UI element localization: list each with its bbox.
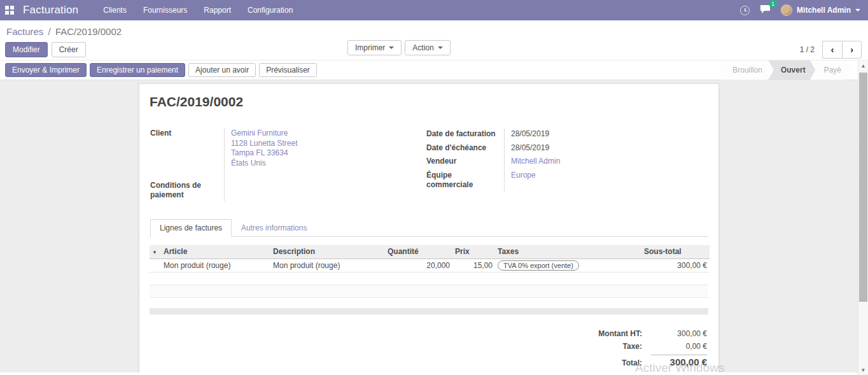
breadcrumb-parent[interactable]: Factures — [6, 26, 43, 37]
invoice-date-value: 28/05/2019 — [504, 127, 694, 141]
top-navbar: Facturation Clients Fournisseurs Rapport… — [0, 0, 868, 20]
pager-next-button[interactable]: › — [842, 41, 862, 59]
invoice-sheet: FAC/2019/0002 Client Gemini Furniture 11… — [139, 83, 719, 372]
header-description[interactable]: Description — [270, 245, 385, 258]
salesperson-value[interactable]: Mitchell Admin — [504, 155, 694, 169]
main-menu: Clients Fournisseurs Rapport Configurati… — [96, 0, 300, 20]
row-handle-cell — [150, 258, 161, 272]
form-view-content: FAC/2019/0002 Client Gemini Furniture 11… — [0, 80, 868, 372]
invoice-lines-table: ▼ Article Description Quantité Prix Taxe… — [150, 245, 710, 272]
tab-invoice-lines[interactable]: Lignes de factures — [150, 219, 232, 237]
tax-value: 0,00 € — [651, 342, 707, 351]
amount-untaxed-label: Montant HT: — [575, 329, 651, 338]
client-value: Gemini Furniture 1128 Lunetta Street Tam… — [224, 127, 360, 169]
total-value: 300,00 € — [651, 355, 707, 367]
client-address-line2[interactable]: Tampa FL 33634 — [231, 148, 360, 159]
empty-row — [150, 285, 708, 298]
header-taxes[interactable]: Taxes — [495, 245, 641, 258]
breadcrumb: Factures / FAC/2019/0002 — [0, 20, 868, 38]
sales-team-value[interactable]: Europe — [504, 169, 694, 192]
edit-button[interactable]: Modifier — [5, 42, 48, 57]
cell-subtotal: 300,00 € — [641, 258, 710, 272]
add-credit-note-button[interactable]: Ajouter un avoir — [188, 63, 256, 77]
cell-taxes: TVA 0% export (vente) — [495, 258, 641, 272]
tax-label: Taxe: — [575, 342, 651, 351]
breadcrumb-current: FAC/2019/0002 — [55, 26, 122, 37]
empty-row — [150, 272, 708, 285]
invoice-title: FAC/2019/0002 — [150, 94, 708, 110]
group-left: Client Gemini Furniture 1128 Lunetta Str… — [150, 127, 360, 201]
caret-down-icon: ▼ — [152, 250, 157, 255]
chevron-down-icon — [438, 46, 443, 49]
send-print-button[interactable]: Envoyer & Imprimer — [5, 63, 87, 77]
activities-clock-icon[interactable] — [740, 6, 750, 15]
preview-button[interactable]: Prévisualiser — [259, 63, 317, 77]
menu-clients[interactable]: Clients — [96, 0, 134, 20]
tax-row: Taxe: 0,00 € — [566, 340, 707, 353]
control-buttons-row: Modifier Créer Imprimer Action 1 / 2 ‹ › — [0, 38, 868, 60]
chevron-down-icon — [855, 9, 860, 11]
state-open[interactable]: Ouvert — [768, 60, 816, 80]
user-avatar — [781, 4, 792, 16]
group-right: Date de facturation 28/05/2019 Date d'éc… — [426, 127, 694, 201]
payment-terms-value[interactable] — [224, 169, 360, 201]
statusbar: Envoyer & Imprimer Enregistrer un paieme… — [0, 60, 868, 80]
cell-quantity: 20,000 — [385, 258, 452, 272]
action-label: Action — [412, 43, 433, 52]
messages-icon-wrap[interactable]: 1 — [760, 4, 771, 16]
form-groups: Client Gemini Furniture 1128 Lunetta Str… — [150, 127, 708, 201]
user-menu[interactable]: Mitchell Admin — [781, 4, 860, 16]
state-paid[interactable]: Payé — [811, 60, 851, 80]
create-button[interactable]: Créer — [52, 42, 86, 57]
scrollbar-thumb[interactable] — [859, 73, 867, 302]
client-country[interactable]: États Unis — [231, 159, 360, 169]
page: Facturation Clients Fournisseurs Rapport… — [0, 0, 868, 375]
apps-grid-icon[interactable] — [5, 6, 14, 15]
payment-terms-label: Conditions de paiement — [150, 169, 224, 201]
amount-untaxed-row: Montant HT: 300,00 € — [566, 327, 707, 340]
table-header-row: ▼ Article Description Quantité Prix Taxe… — [150, 245, 710, 258]
header-price[interactable]: Prix — [452, 245, 495, 258]
messages-count-badge: 1 — [769, 0, 777, 8]
header-quantity[interactable]: Quantité — [385, 245, 452, 258]
client-label: Client — [150, 127, 224, 169]
tab-other-info[interactable]: Autres informations — [232, 219, 316, 237]
client-address-line1[interactable]: 1128 Lunetta Street — [231, 139, 360, 149]
sales-team-label: Équipe commerciale — [426, 169, 504, 192]
menu-configuration[interactable]: Configuration — [241, 0, 300, 20]
print-dropdown-button[interactable]: Imprimer — [347, 40, 402, 55]
due-date-label: Date d'échéance — [426, 141, 504, 155]
cell-article: Mon produit (rouge) — [161, 258, 270, 272]
notebook-tabs: Lignes de factures Autres informations — [150, 218, 708, 237]
register-payment-button[interactable]: Enregistrer un paiement — [90, 63, 185, 77]
invoice-line-row[interactable]: Mon produit (rouge) Mon produit (rouge) … — [150, 258, 710, 272]
action-dropdown-button[interactable]: Action — [405, 40, 450, 55]
header-subtotal[interactable]: Sous-total — [641, 245, 710, 258]
empty-row — [150, 298, 708, 308]
breadcrumb-separator: / — [46, 26, 53, 37]
invoice-date-label: Date de facturation — [426, 127, 504, 141]
state-steps: Brouillon Ouvert Payé — [720, 60, 851, 80]
header-article[interactable]: Article — [161, 245, 270, 258]
app-title[interactable]: Facturation — [23, 4, 78, 17]
menu-rapport[interactable]: Rapport — [197, 0, 238, 20]
pager-previous-button[interactable]: ‹ — [822, 41, 842, 59]
cell-price: 15,00 — [452, 258, 495, 272]
menu-fournisseurs[interactable]: Fournisseurs — [136, 0, 194, 20]
list-footer-band — [150, 308, 708, 315]
amount-untaxed-value: 300,00 € — [651, 329, 707, 338]
client-name-link[interactable]: Gemini Furniture — [231, 129, 360, 139]
totals-block: Montant HT: 300,00 € Taxe: 0,00 € Total:… — [566, 327, 707, 373]
cell-description: Mon produit (rouge) — [270, 258, 385, 272]
scroll-up-arrow-icon[interactable]: ▲ — [858, 61, 868, 71]
control-panel: Factures / FAC/2019/0002 Modifier Créer … — [0, 20, 868, 60]
state-draft[interactable]: Brouillon — [720, 60, 773, 80]
salesperson-label: Vendeur — [426, 155, 504, 169]
total-label: Total: — [575, 358, 651, 367]
pager-value: 1 / 2 — [800, 45, 815, 54]
due-date-value: 28/05/2019 — [504, 141, 694, 155]
sort-handle-header[interactable]: ▼ — [150, 245, 161, 258]
vertical-scrollbar[interactable]: ▲ ▼ — [858, 61, 868, 375]
navbar-right: 1 Mitchell Admin — [740, 4, 860, 16]
scroll-down-arrow-icon[interactable]: ▼ — [858, 365, 868, 375]
